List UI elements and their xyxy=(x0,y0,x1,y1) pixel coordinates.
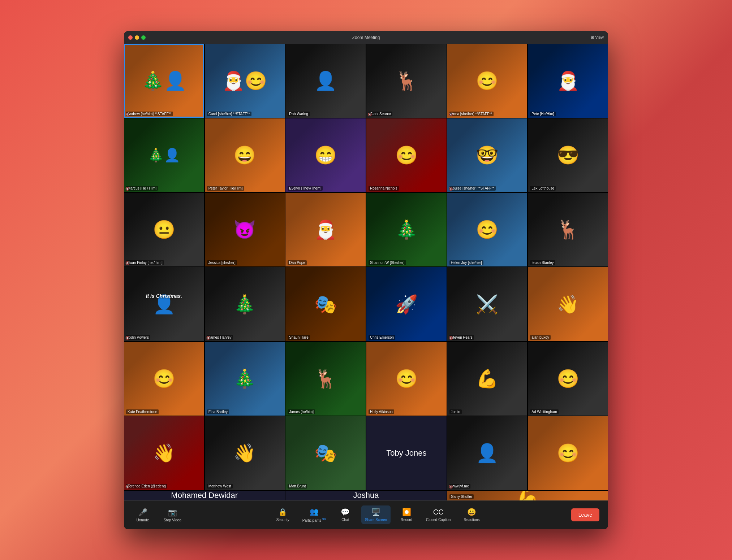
leave-button[interactable]: Leave xyxy=(571,508,599,521)
reactions-button[interactable]: 😀 Reactions xyxy=(460,505,483,524)
participant-cell-rob[interactable]: 👤 Rob Waring xyxy=(285,44,366,118)
closed-caption-button[interactable]: CC Closed Caption xyxy=(422,506,454,524)
traffic-lights xyxy=(128,35,146,40)
participant-cell-dan[interactable]: 🎅 Dan Pope xyxy=(285,193,366,266)
participant-cell-p36[interactable]: 😊 xyxy=(528,416,608,490)
share-screen-button[interactable]: 🖥️ Share Screen xyxy=(361,505,391,524)
participant-name-toby: Toby Jones xyxy=(386,448,426,458)
participant-cell-holly[interactable]: 😊 Holly Atkinson xyxy=(366,342,447,416)
participant-cell-kate[interactable]: 😊 Kate Featherstone xyxy=(124,342,204,416)
participant-name-ieuan: Ieuan Stanley xyxy=(530,260,555,265)
participant-cell-peter[interactable]: 😄 Peter Taylor [He/Him] xyxy=(205,118,285,192)
mic-muted-icon-andrew: 🔇 xyxy=(125,113,129,116)
record-label: Record xyxy=(401,518,412,522)
participant-cell-justin[interactable]: 💪 Justin xyxy=(447,342,528,416)
participant-cell-ieuan[interactable]: 🦌 Ieuan Stanley xyxy=(528,193,608,266)
chat-button[interactable]: 💬 Chat xyxy=(335,505,356,524)
participant-name-evelyn: Evelyn [They/Them] xyxy=(288,186,323,191)
participant-cell-jessica[interactable]: 😈 Jessica [she/her] xyxy=(205,193,285,266)
participant-cell-colin[interactable]: 👤 It is Christmas. Colin Powers 🔇 xyxy=(124,267,204,341)
closed-caption-label: Closed Caption xyxy=(426,518,451,522)
view-button[interactable]: ⊞ View xyxy=(591,35,604,40)
participant-name-lex: Lex Lofthouse xyxy=(530,186,556,191)
share-screen-icon: 🖥️ xyxy=(371,508,380,516)
participant-count: 99 xyxy=(322,517,326,521)
participant-cell-ad[interactable]: 😊 Ad Whittingham xyxy=(528,342,608,416)
participant-cell-marcus[interactable]: 🎄👤 Marcus [He / Him] 🔇 xyxy=(124,118,204,192)
participant-cell-james-him[interactable]: 🦌 James [he/him] xyxy=(285,342,366,416)
reactions-label: Reactions xyxy=(464,518,479,522)
zoom-window: Zoom Meeting ⊞ View 🎄👤 Andrew [he/him] *… xyxy=(124,31,608,529)
participant-cell-helen[interactable]: 😊 Helen Joy [she/her] xyxy=(447,193,528,266)
participant-cell-joshua[interactable]: Joshua xyxy=(285,491,446,500)
participants-button[interactable]: 👥 Participants 99 xyxy=(299,505,330,525)
participant-name-ad: Ad Whittingham xyxy=(530,409,559,414)
participant-cell-anna[interactable]: 😊 Anna [she/her] **STAFF** 🔇 xyxy=(447,44,528,118)
participant-name-justin: Justin xyxy=(449,409,462,414)
mic-muted-icon-clark: 🔇 xyxy=(368,113,372,116)
participant-cell-steven[interactable]: ⚔️ Steven Pears 🔇 xyxy=(447,267,528,341)
participant-name-anna: Anna [she/her] **STAFF** xyxy=(449,112,494,116)
participant-cell-elsa[interactable]: 🎄 Elsa Bartley xyxy=(205,342,285,416)
participant-cell-clark[interactable]: 🦌 Clark Seanor 🔇 xyxy=(366,44,447,118)
maximize-button[interactable] xyxy=(141,35,146,40)
participant-name-euan: Euan Finlay [he / him] xyxy=(126,260,164,265)
mic-muted-icon-steven: 🔇 xyxy=(449,336,453,340)
participant-cell-garry[interactable]: 💪 Garry Shutler xyxy=(447,491,608,500)
participant-cell-rosanna[interactable]: 😊 Rosanna Nichols xyxy=(366,118,447,192)
participant-name-steven: Steven Pears xyxy=(449,335,474,340)
participant-cell-james-h[interactable]: 🎄 James Harvey 🔇 xyxy=(205,267,285,341)
participant-name-chris: Chris Emerson xyxy=(369,335,395,340)
participant-name-clark: Clark Seanor xyxy=(369,112,392,116)
participant-cell-louise[interactable]: 🤓 Louise [she/her] **STAFF** 🔇 xyxy=(447,118,528,192)
xmas-text: It is Christmas. xyxy=(146,293,182,299)
participant-cell-mohamed[interactable]: Mohamed Dewidar xyxy=(124,491,285,500)
participant-name-colin: Colin Powers xyxy=(126,335,150,340)
share-screen-label: Share Screen xyxy=(365,518,387,522)
close-button[interactable] xyxy=(128,35,133,40)
participant-cell-alan[interactable]: 👋 alan buxdy xyxy=(528,267,608,341)
participant-cell-evelyn[interactable]: 😁 Evelyn [They/Them] xyxy=(285,118,366,192)
participant-cell-pete[interactable]: 🎅 Pete [He/Him] xyxy=(528,44,608,118)
participant-name-rosanna: Rosanna Nichols xyxy=(369,186,399,191)
participant-cell-terence[interactable]: 👋 Terence Eden (@edent) 🔇 xyxy=(124,416,204,490)
participant-name-dan: Dan Pope xyxy=(288,260,306,265)
participant-name-helen: Helen Joy [she/her] xyxy=(449,260,483,265)
video-grid: 🎄👤 Andrew [he/him] **STAFF** 🔇 🎅😊 Carol … xyxy=(124,44,608,500)
participant-name-marcus: Marcus [He / Him] xyxy=(126,186,158,191)
record-button[interactable]: ⏺️ Record xyxy=(396,505,417,524)
participant-cell-euan[interactable]: 😐 Euan Finlay [he / him] 🔇 xyxy=(124,193,204,266)
record-icon: ⏺️ xyxy=(402,508,411,516)
participant-cell-carol[interactable]: 🎅😊 Carol [she/her] **STAFF** xyxy=(205,44,285,118)
participant-cell-shannon[interactable]: 🎄 Shannon W [She/her] xyxy=(366,193,447,266)
participants-label: Participants 99 xyxy=(302,517,326,522)
chat-label: Chat xyxy=(341,518,349,522)
participant-name-elsa: Elsa Bartley xyxy=(207,409,229,414)
participant-cell-www[interactable]: 👤 www.jvf.me 🔇 xyxy=(447,416,528,490)
security-button[interactable]: 🔒 Security xyxy=(273,505,293,524)
participant-cell-chris[interactable]: 🚀 Chris Emerson xyxy=(366,267,447,341)
participant-name-pete: Pete [He/Him] xyxy=(530,112,555,116)
toolbar-left: 🎤 Unmute 📷 Stop Video xyxy=(133,506,185,524)
participant-name-peter: Peter Taylor [He/Him] xyxy=(207,186,244,191)
participant-cell-lex[interactable]: 😎 Lex Lofthouse xyxy=(528,118,608,192)
participant-cell-matt-b[interactable]: 🎭 Matt.Brunt xyxy=(285,416,366,490)
participant-cell-toby[interactable]: Toby Jones xyxy=(366,416,447,490)
participant-name-kate: Kate Featherstone xyxy=(126,409,159,414)
participant-cell-andrew[interactable]: 🎄👤 Andrew [he/him] **STAFF** 🔇 xyxy=(124,44,204,118)
security-label: Security xyxy=(276,518,289,522)
stop-video-button[interactable]: 📷 Stop Video xyxy=(160,506,185,524)
participant-cell-shaun[interactable]: 🎭 Shaun Hare xyxy=(285,267,366,341)
participant-name-andrew: Andrew [he/him] **STAFF** xyxy=(126,112,173,116)
mic-muted-icon-marcus: 🔇 xyxy=(125,187,129,191)
unmute-button[interactable]: 🎤 Unmute xyxy=(133,506,153,524)
participant-name-garry: Garry Shutler xyxy=(449,494,474,499)
participant-name-rob: Rob Waring xyxy=(288,112,309,116)
reactions-icon: 😀 xyxy=(467,508,476,516)
participant-cell-matthew[interactable]: 👋 Matthew West xyxy=(205,416,285,490)
minimize-button[interactable] xyxy=(135,35,139,40)
mic-muted-icon-james-h: 🔇 xyxy=(206,336,210,340)
security-icon: 🔒 xyxy=(278,508,287,516)
mic-muted-icon-terence: 🔇 xyxy=(125,485,129,489)
mic-muted-icon-colin: 🔇 xyxy=(125,336,129,340)
